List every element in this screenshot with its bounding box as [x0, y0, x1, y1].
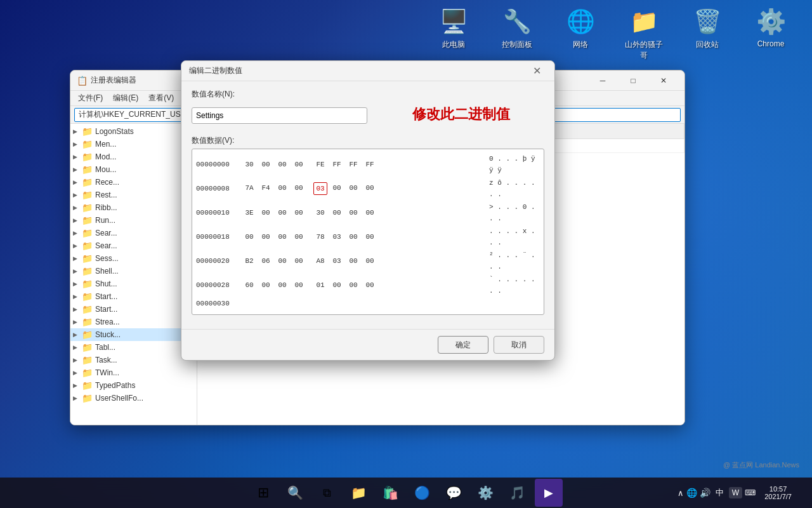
- hex-addr-4: 00000020: [196, 255, 237, 267]
- hex-ascii-2: > . . . 0 . . .: [489, 201, 540, 224]
- highlighted-byte[interactable]: 03: [313, 182, 327, 195]
- dialog-title: 编辑二进制数值: [189, 65, 527, 76]
- hex-bytes-0: 30 00 00 00 FE FF FF FF: [242, 159, 484, 170]
- hex-bytes-5: 60 00 00 00 01 00 00 00: [242, 279, 484, 291]
- name-field-input[interactable]: [192, 107, 367, 124]
- data-field: 数值数据(V): 00000000 30 00 00 00 FE: [192, 135, 544, 315]
- hex-addr-5: 00000028: [196, 279, 237, 291]
- hex-addr-2: 00000010: [196, 207, 237, 218]
- hex-row-1: 00000008 7A F4 00 00 03 00 00 00: [196, 177, 540, 200]
- hex-row-6: 00000030: [196, 298, 540, 309]
- dialog-titlebar: 编辑二进制数值 ✕: [181, 61, 554, 81]
- hex-bytes-3: 00 00 00 00 78 03 00 00: [242, 231, 484, 243]
- desktop: 🖥️ 此电脑 🔧 控制面板 🌐 网络 📁 山外的骚子哥 🗑️ 回收站 ⚙️ Ch…: [0, 0, 812, 508]
- hex-bytes-2: 3E 00 00 00 30 00 00 00: [242, 207, 484, 218]
- edit-binary-dialog: 编辑二进制数值 ✕ 数值名称(N): 修改此二进制值 数值数据(V):: [181, 60, 555, 361]
- hex-bytes-4: B2 06 00 00 A8 03 00 00: [242, 255, 484, 267]
- hex-row-2: 00000010 3E 00 00 00 30 00 00 00: [196, 201, 540, 224]
- hex-row-5: 00000028 60 00 00 00 01 00 00 00: [196, 274, 540, 297]
- hex-row-0: 00000000 30 00 00 00 FE FF FF FF: [196, 153, 540, 176]
- dialog-overlay: 编辑二进制数值 ✕ 数值名称(N): 修改此二进制值 数值数据(V):: [0, 0, 812, 508]
- watermark-text: 修改此二进制值: [377, 102, 544, 129]
- hex-addr-6: 00000030: [196, 298, 237, 309]
- hex-ascii-3: . . . . x . . .: [489, 225, 540, 248]
- hex-ascii-5: ` . . . . . . .: [489, 274, 540, 297]
- dialog-close-button[interactable]: ✕: [527, 62, 547, 80]
- ok-button[interactable]: 确定: [438, 336, 488, 354]
- cancel-button[interactable]: 取消: [494, 336, 544, 354]
- dialog-body: 数值名称(N): 修改此二进制值 数值数据(V): 00000000 30: [181, 81, 554, 329]
- data-field-label: 数值数据(V):: [192, 135, 544, 146]
- hex-bytes-1: 7A F4 00 00 03 00 00 00: [242, 182, 484, 195]
- hex-addr-3: 00000018: [196, 231, 237, 243]
- hex-ascii-1: z ô . . . . . .: [489, 177, 540, 200]
- hex-row-4: 00000020 B2 06 00 00 A8 03 00 00: [196, 250, 540, 272]
- dialog-footer: 确定 取消: [181, 329, 554, 360]
- hex-addr-0: 00000000: [196, 159, 237, 170]
- hex-addr-1: 00000008: [196, 183, 237, 194]
- name-field-label: 数值名称(N):: [192, 89, 544, 100]
- hex-row-3: 00000018 00 00 00 00 78 03 00 00: [196, 225, 540, 248]
- hex-ascii-0: 0 . . . þ ÿ ÿ ÿ: [489, 153, 540, 176]
- hex-editor[interactable]: 00000000 30 00 00 00 FE FF FF FF: [192, 149, 544, 315]
- hex-ascii-4: ² . . . ¨ . . .: [489, 250, 540, 272]
- name-field: 数值名称(N): 修改此二进制值: [192, 89, 544, 129]
